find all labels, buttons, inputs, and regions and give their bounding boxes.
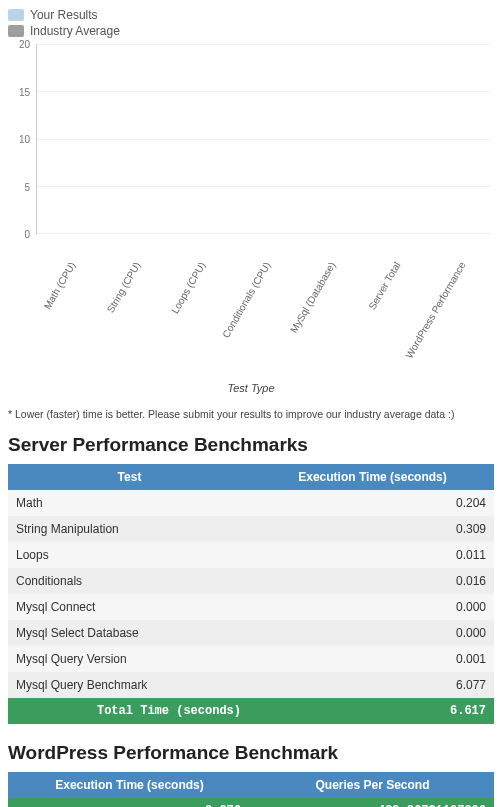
test-name: Mysql Query Version <box>8 646 251 672</box>
test-time: 0.001 <box>251 646 494 672</box>
test-name: Mysql Select Database <box>8 620 251 646</box>
server-benchmarks-heading: Server Performance Benchmarks <box>8 434 494 456</box>
test-time: 0.000 <box>251 620 494 646</box>
table-row: String Manipulation0.309 <box>8 516 494 542</box>
y-tick: 20 <box>19 39 30 50</box>
test-name: String Manipulation <box>8 516 251 542</box>
plot-area <box>36 44 490 234</box>
table-row: Mysql Connect0.000 <box>8 594 494 620</box>
test-name: Math <box>8 490 251 516</box>
y-tick: 10 <box>19 134 30 145</box>
col-wp-qps: Queries Per Second <box>251 772 494 798</box>
test-time: 6.077 <box>251 672 494 698</box>
x-tick-label: String (CPU) <box>101 254 166 364</box>
test-name: Conditionals <box>8 568 251 594</box>
y-axis: 05101520 <box>8 44 34 234</box>
swatch-your-results <box>8 9 24 21</box>
y-tick: 0 <box>24 229 30 240</box>
table-row: Loops0.011 <box>8 542 494 568</box>
test-time: 0.000 <box>251 594 494 620</box>
server-benchmarks-table: Test Execution Time (seconds) Math0.204S… <box>8 464 494 724</box>
legend-item-industry-average: Industry Average <box>8 24 494 38</box>
footnote: * Lower (faster) time is better. Please … <box>8 408 494 420</box>
table-row: Mysql Query Benchmark6.077 <box>8 672 494 698</box>
wp-exec-time: 2.276 <box>8 798 251 807</box>
wp-benchmark-heading: WordPress Performance Benchmark <box>8 742 494 764</box>
test-name: Loops <box>8 542 251 568</box>
test-name: Mysql Connect <box>8 594 251 620</box>
table-row: Conditionals0.016 <box>8 568 494 594</box>
x-axis-title: Test Type <box>8 382 494 394</box>
table-row: Math0.204 <box>8 490 494 516</box>
test-time: 0.011 <box>251 542 494 568</box>
x-tick-label: Loops (CPU) <box>166 254 231 364</box>
col-wp-exec-time: Execution Time (seconds) <box>8 772 251 798</box>
col-test: Test <box>8 464 251 490</box>
y-tick: 5 <box>24 181 30 192</box>
wp-benchmark-table: Execution Time (seconds) Queries Per Sec… <box>8 772 494 807</box>
col-exec-time: Execution Time (seconds) <box>251 464 494 490</box>
test-time: 0.309 <box>251 516 494 542</box>
x-axis-labels: Math (CPU)String (CPU)Loops (CPU)Conditi… <box>36 254 490 364</box>
table-row: Mysql Select Database0.000 <box>8 620 494 646</box>
legend-label: Industry Average <box>30 24 120 38</box>
chart-legend: Your Results Industry Average <box>8 8 494 38</box>
x-tick-label: WordPress Performance <box>425 254 490 364</box>
legend-label: Your Results <box>30 8 98 22</box>
test-name: Mysql Query Benchmark <box>8 672 251 698</box>
test-time: 0.016 <box>251 568 494 594</box>
legend-item-your-results: Your Results <box>8 8 494 22</box>
test-time: 0.204 <box>251 490 494 516</box>
benchmark-bar-chart: 05101520 <box>8 44 494 254</box>
wp-qps: 439.36731107206 <box>251 798 494 807</box>
table-row: Mysql Query Version0.001 <box>8 646 494 672</box>
total-label: Total Time (seconds) <box>8 698 251 724</box>
y-tick: 15 <box>19 86 30 97</box>
x-tick-label: Math (CPU) <box>36 254 101 364</box>
total-value: 6.617 <box>251 698 494 724</box>
x-tick-label: Conditionals (CPU) <box>231 254 296 364</box>
swatch-industry-average <box>8 25 24 37</box>
x-tick-label: MySql (Database) <box>295 254 360 364</box>
